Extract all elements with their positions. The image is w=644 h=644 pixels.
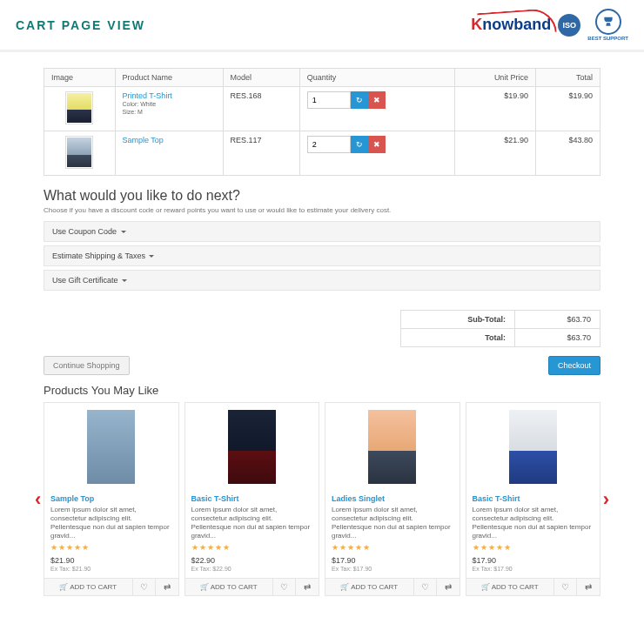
cart-icon: 🛒 [59,583,68,591]
refresh-icon[interactable]: ↻ [351,136,368,153]
knowband-logo: Knowband [471,16,551,34]
total-label: Total: [401,329,515,347]
product-link[interactable]: Printed T-Shirt [123,91,216,100]
cart-icon: 🛒 [200,583,209,591]
line-total: $43.80 [535,131,600,176]
card-image[interactable] [185,403,319,490]
chevron-down-icon [122,279,127,285]
card-title[interactable]: Sample Top [50,494,172,504]
best-support-label: BEST SUPPORT [587,36,628,41]
cart-icon: 🛒 [340,583,349,591]
chevron-down-icon [149,255,154,260]
checkout-button[interactable]: Checkout [548,356,600,375]
product-card: Sample TopLorem ipsum dolor sit amet, co… [44,402,179,596]
card-image[interactable] [325,403,460,490]
model-cell: RES.168 [223,87,299,131]
product-slider: ‹ › Sample TopLorem ipsum dolor sit amet… [44,402,600,596]
col-unit: Unit Price [454,69,535,87]
next-heading: What would you like to do next? [44,188,600,204]
card-image[interactable] [466,403,600,490]
star-rating: ★★★★★ [191,543,313,553]
card-image[interactable] [44,403,178,490]
subtotal-label: Sub-Total: [401,311,515,329]
recommend-title: Products You May Like [44,384,600,397]
chevron-down-icon [121,231,126,236]
card-price: $22.90 [191,556,313,566]
cart-icon: 🛒 [481,583,490,591]
totals-table: Sub-Total:$63.70 Total:$63.70 [400,310,600,347]
card-desc: Lorem ipsum dolor sit amet, consectetur … [332,506,453,540]
compare-icon[interactable]: ⇄ [437,579,460,595]
star-rating: ★★★★★ [332,543,453,553]
cart-table: Image Product Name Model Quantity Unit P… [44,68,600,176]
next-arrow-icon[interactable]: › [603,488,609,511]
card-extax: Ex Tax: $17.90 [332,566,453,574]
card-price: $17.90 [332,556,453,566]
next-help: Choose if you have a discount code or re… [44,206,600,214]
refresh-icon[interactable]: ↻ [351,91,368,109]
acc-coupon[interactable]: Use Coupon Code [44,221,600,242]
col-name: Product Name [115,69,223,87]
header-logos: Knowband ISO BEST SUPPORT [471,9,628,41]
page-title: CART PAGE VIEW [16,18,145,32]
wishlist-icon[interactable]: ♡ [273,579,296,595]
table-row: Sample Top RES.117 ↻✖ $21.90 $43.80 [44,131,600,176]
card-price: $17.90 [473,556,594,566]
card-title[interactable]: Ladies Singlet [332,494,453,504]
product-link[interactable]: Sample Top [123,136,216,144]
card-price: $21.90 [50,556,172,566]
card-desc: Lorem ipsum dolor sit amet, consectetur … [50,506,172,540]
product-option: Color: White [123,100,216,108]
col-total: Total [535,69,600,87]
wishlist-icon[interactable]: ♡ [554,579,577,595]
add-to-cart-button[interactable]: 🛒 ADD TO CART [466,579,555,595]
line-total: $19.90 [535,87,600,131]
col-image: Image [44,69,116,87]
prev-arrow-icon[interactable]: ‹ [35,488,41,511]
unit-price: $21.90 [454,131,535,176]
add-to-cart-button[interactable]: 🛒 ADD TO CART [325,579,414,595]
add-to-cart-button[interactable]: 🛒 ADD TO CART [185,579,274,595]
compare-icon[interactable]: ⇄ [156,579,178,595]
iso-badge: ISO [558,14,580,37]
product-thumb[interactable] [65,91,93,124]
col-qty: Quantity [299,69,454,87]
wishlist-icon[interactable]: ♡ [133,579,156,595]
remove-icon[interactable]: ✖ [368,91,386,109]
header-bar: CART PAGE VIEW Knowband ISO BEST SUPPORT [0,0,644,52]
product-option: Size: M [123,108,216,116]
table-row: Printed T-ShirtColor: WhiteSize: M RES.1… [44,87,600,131]
card-extax: Ex Tax: $17.90 [473,566,594,574]
total-value: $63.70 [514,329,600,347]
quantity-input[interactable] [307,91,351,109]
trophy-icon [595,9,621,35]
card-title[interactable]: Basic T-Shirt [473,494,594,504]
compare-icon[interactable]: ⇄ [296,579,319,595]
card-title[interactable]: Basic T-Shirt [191,494,313,504]
col-model: Model [223,69,299,87]
product-card: Basic T-ShirtLorem ipsum dolor sit amet,… [466,402,601,596]
remove-icon[interactable]: ✖ [368,136,386,153]
acc-shipping[interactable]: Estimate Shipping & Taxes [44,245,600,266]
card-desc: Lorem ipsum dolor sit amet, consectetur … [473,506,594,540]
product-card: Ladies SingletLorem ipsum dolor sit amet… [325,402,460,596]
model-cell: RES.117 [223,131,299,176]
product-card: Basic T-ShirtLorem ipsum dolor sit amet,… [184,402,320,596]
acc-gift[interactable]: Use Gift Certificate [44,270,600,291]
product-thumb[interactable] [65,136,93,169]
wishlist-icon[interactable]: ♡ [414,579,437,595]
continue-shopping-button[interactable]: Continue Shopping [44,356,130,375]
card-desc: Lorem ipsum dolor sit amet, consectetur … [191,506,313,540]
star-rating: ★★★★★ [50,543,172,553]
card-extax: Ex Tax: $21.90 [50,566,172,574]
card-extax: Ex Tax: $22.90 [191,566,313,574]
subtotal-value: $63.70 [514,311,600,329]
add-to-cart-button[interactable]: 🛒 ADD TO CART [44,579,133,595]
compare-icon[interactable]: ⇄ [577,579,600,595]
quantity-input[interactable] [307,136,351,153]
unit-price: $19.90 [454,87,535,131]
star-rating: ★★★★★ [473,543,594,553]
